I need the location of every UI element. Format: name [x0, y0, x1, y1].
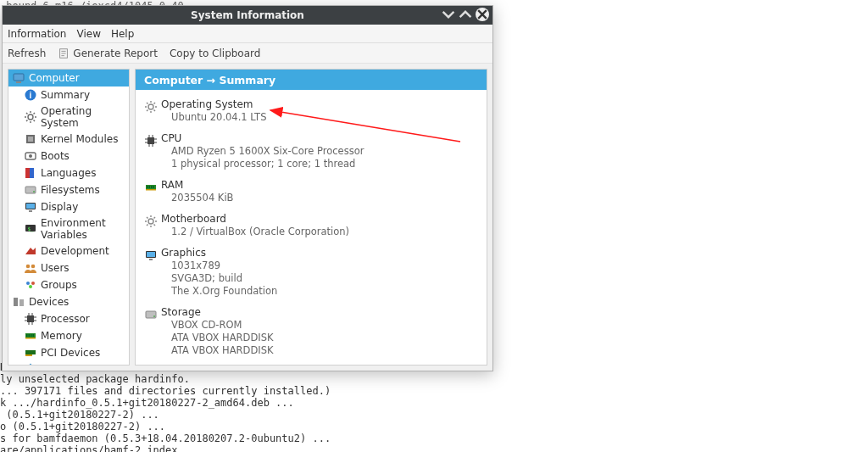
menu-view[interactable]: View: [76, 28, 100, 40]
tree-item-label: PCI Devices: [41, 347, 100, 359]
titlebar[interactable]: System Information: [3, 6, 492, 25]
users-icon: [24, 261, 37, 275]
tree-item-pci-devices[interactable]: PCI Devices: [8, 344, 129, 361]
close-button[interactable]: [476, 8, 489, 21]
tree-item-environment-variables[interactable]: $_Environment Variables: [8, 215, 129, 243]
svg-point-31: [29, 285, 32, 288]
tree-item-filesystems[interactable]: Filesystems: [8, 181, 129, 198]
module-icon: [24, 132, 37, 146]
section-line: VBOX CD-ROM: [161, 319, 487, 332]
tree-item-groups[interactable]: Groups: [8, 276, 129, 293]
memory-icon: [144, 181, 158, 194]
tree-item-processor[interactable]: Processor: [8, 310, 129, 327]
svg-line-72: [147, 103, 148, 104]
svg-rect-2: [16, 81, 21, 83]
svg-rect-24: [29, 210, 32, 212]
svg-point-5: [28, 114, 33, 120]
svg-rect-48: [25, 338, 36, 339]
drive-icon: [141, 306, 161, 357]
gear-icon: [144, 215, 158, 228]
svg-rect-45: [29, 334, 31, 337]
svg-line-97: [154, 225, 156, 226]
tree-item-development[interactable]: Development: [8, 243, 129, 259]
tree-item-label: Languages: [41, 167, 96, 179]
tree-item-label: USB Devices: [41, 364, 105, 366]
language-icon: [24, 166, 37, 180]
svg-rect-19: [30, 168, 34, 178]
gear-icon: [141, 213, 161, 238]
tree-item-users[interactable]: Users: [8, 259, 129, 276]
drive-icon: [144, 308, 158, 321]
tree-item-operating-system[interactable]: Operating System: [8, 103, 129, 131]
close-icon: [476, 8, 489, 21]
chevron-up-icon: [459, 8, 472, 21]
svg-rect-76: [147, 137, 154, 144]
drive-icon: [24, 183, 37, 197]
summary-section-printers[interactable]: Printers: [136, 362, 487, 366]
memory-icon: [24, 329, 37, 343]
tree-item-kernel-modules[interactable]: Kernel Modules: [8, 131, 129, 148]
tree-item-boots[interactable]: Boots: [8, 148, 129, 165]
window-title: System Information: [191, 9, 304, 21]
pci-icon: [24, 346, 37, 360]
svg-rect-50: [25, 354, 32, 356]
section-line: ATA VBOX HARDDISK: [161, 344, 487, 357]
window-controls: [442, 8, 489, 21]
menu-help[interactable]: Help: [111, 28, 134, 40]
env-icon: $_: [24, 222, 37, 236]
svg-rect-89: [153, 186, 155, 188]
svg-rect-87: [149, 186, 151, 188]
toolbar: Refresh Generate Report Copy to Clipboar…: [3, 43, 492, 64]
tree-item-languages[interactable]: Languages: [8, 165, 129, 181]
svg-text:$_: $_: [27, 226, 34, 232]
tree-item-display[interactable]: Display: [8, 198, 129, 215]
section-line: AMD Ryzen 5 1600X Six-Core Processor: [161, 145, 487, 158]
copy-clipboard-button[interactable]: Copy to Clipboard: [170, 47, 260, 59]
gear-icon: [24, 110, 37, 124]
tree-group-devices[interactable]: Devices: [8, 293, 129, 310]
sidebar-tree[interactable]: ComputeriSummaryOperating SystemKernel M…: [8, 69, 130, 366]
tree-group-computer[interactable]: Computer: [8, 70, 129, 86]
info-icon: i: [24, 88, 37, 102]
section-title: Storage: [161, 306, 487, 319]
tree-item-label: Boots: [41, 150, 70, 162]
tree-item-label: Kernel Modules: [41, 133, 118, 145]
module-icon: [24, 132, 37, 146]
summary-section-operating-system[interactable]: Operating SystemUbuntu 20.04.1 LTS: [136, 95, 487, 129]
menu-information[interactable]: Information: [8, 28, 66, 40]
refresh-button[interactable]: Refresh: [8, 47, 46, 59]
minimize-button[interactable]: [442, 8, 455, 21]
svg-text:i: i: [30, 91, 32, 100]
section-line: 2035504 KiB: [161, 192, 487, 204]
summary-section-ram[interactable]: RAM2035504 KiB: [136, 176, 487, 209]
chevron-down-icon: [442, 8, 455, 21]
summary-section-cpu[interactable]: CPUAMD Ryzen 5 1600X Six-Core Processor1…: [136, 129, 487, 176]
gear-icon: [144, 100, 158, 114]
tree-item-label: Environment Variables: [41, 217, 125, 241]
svg-rect-90: [146, 189, 156, 191]
tree-group-label: Devices: [29, 296, 69, 308]
svg-line-11: [34, 120, 36, 122]
section-title: Operating System: [161, 98, 487, 111]
svg-line-99: [154, 217, 156, 219]
svg-point-17: [29, 154, 32, 158]
tree-item-memory[interactable]: Memory: [8, 327, 129, 344]
generate-report-button[interactable]: Generate Report: [58, 47, 158, 59]
section-line: 1031x789: [161, 259, 487, 272]
svg-line-98: [147, 225, 148, 226]
tree-item-summary[interactable]: iSummary: [8, 86, 129, 103]
usb-icon: [24, 363, 37, 366]
tree-item-usb-devices[interactable]: USB Devices: [8, 361, 129, 366]
svg-rect-101: [147, 252, 155, 257]
summary-section-storage[interactable]: StorageVBOX CD-ROMATA VBOX HARDDISKATA V…: [136, 303, 487, 362]
summary-section-graphics[interactable]: Graphics1031x789SVGA3D; buildThe X.Org F…: [136, 243, 487, 303]
svg-rect-49: [25, 350, 36, 354]
summary-section-motherboard[interactable]: Motherboard1.2 / VirtualBox (Oracle Corp…: [136, 209, 487, 243]
cpu-icon: [24, 312, 37, 326]
section-title: Motherboard: [161, 213, 487, 226]
maximize-button[interactable]: [459, 8, 472, 21]
svg-point-91: [148, 219, 153, 224]
boot-icon: [24, 149, 37, 163]
content-panel[interactable]: Computer → Summary Operating SystemUbunt…: [135, 69, 487, 366]
menubar: Information View Help: [3, 25, 492, 43]
